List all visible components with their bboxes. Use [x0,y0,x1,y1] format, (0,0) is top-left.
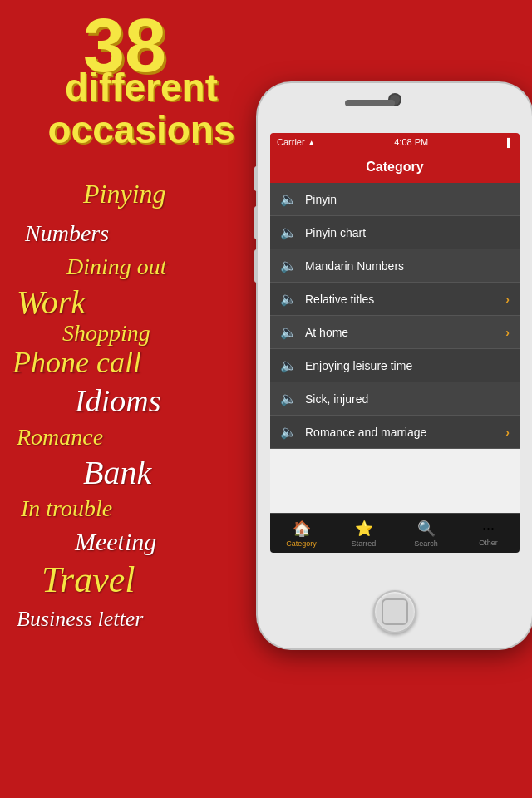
category-label-4: Relative titles [305,293,505,306]
speaker-icon-1: 🔈 [280,191,297,207]
tab-label-search: Search [414,539,438,548]
chevron-icon-4: › [505,293,510,306]
clock: 4:08 PM [394,137,428,147]
phone-mockup: Carrier ▲ 4:08 PM ▌ Category 🔈Pinyin🔈Pin… [258,83,532,765]
mute-button [254,166,258,191]
category-item-2[interactable]: 🔈Pinyin chart [270,216,520,249]
navigation-bar: Category [270,151,520,183]
chevron-icon-5: › [505,326,510,339]
tab-icon-search: 🔍 [417,520,436,538]
left-label-8: Bank [83,453,151,492]
category-label-2: Pinyin chart [305,226,510,239]
category-item-8[interactable]: 🔈Romance and marriage› [270,416,520,449]
category-item-6[interactable]: 🔈Enjoying leisure time [270,349,520,382]
category-item-5[interactable]: 🔈At home› [270,316,520,349]
phone-screen: Carrier ▲ 4:08 PM ▌ Category 🔈Pinyin🔈Pin… [270,133,520,553]
speaker-icon-7: 🔈 [280,391,297,406]
tab-icon-category: 🏠 [293,520,311,538]
left-label-9: In trouble [21,495,112,522]
speaker-icon-8: 🔈 [280,424,297,440]
wifi-icon: ▲ [308,138,316,147]
tab-search[interactable]: 🔍Search [395,520,457,548]
category-label-3: Mandarin Numbers [305,259,510,273]
speaker [345,100,395,106]
left-label-0: Pinying [83,179,166,209]
left-label-4: Shopping [62,320,150,347]
left-label-2: Dining out [66,254,167,280]
tab-label-category: Category [286,539,317,548]
tab-other[interactable]: ···Other [457,520,520,547]
left-label-7: Romance [17,424,103,451]
tab-label-other: Other [479,539,498,547]
left-label-6: Idioms [75,382,160,419]
category-label-8: Romance and marriage [305,426,505,439]
category-item-4[interactable]: 🔈Relative titles› [270,283,520,316]
status-bar: Carrier ▲ 4:08 PM ▌ [270,133,520,151]
speaker-icon-6: 🔈 [280,357,297,373]
category-item-3[interactable]: 🔈Mandarin Numbers [270,249,520,283]
volume-up-button [254,206,258,239]
chevron-icon-8: › [505,426,510,439]
carrier-info: Carrier ▲ [277,137,316,147]
category-label-1: Pinyin [305,193,510,206]
nav-title: Category [366,160,423,175]
tab-category[interactable]: 🏠Category [270,520,332,548]
left-label-1: Numbers [25,220,109,247]
left-label-10: Meeting [75,528,156,556]
left-label-5: Phone call [12,345,141,380]
tab-icon-other: ··· [482,520,495,537]
left-label-12: Business letter [17,607,143,632]
home-button[interactable] [373,590,416,633]
left-labels-area: PinyingNumbersDining outWorkShoppingPhon… [0,0,258,798]
speaker-icon-4: 🔈 [280,291,297,307]
tab-bar: 🏠Category⭐Starred🔍Search···Other [270,513,520,553]
tab-icon-starred: ⭐ [355,520,373,538]
left-label-11: Travel [42,559,135,601]
carrier-text: Carrier [277,137,305,147]
tab-starred[interactable]: ⭐Starred [332,520,395,548]
speaker-icon-2: 🔈 [280,224,297,240]
battery-indicator: ▌ [507,138,513,147]
category-item-1[interactable]: 🔈Pinyin [270,183,520,216]
left-label-3: Work [17,283,86,322]
category-label-6: Enjoying leisure time [305,359,510,372]
category-list[interactable]: 🔈Pinyin🔈Pinyin chart🔈Mandarin Numbers🔈Re… [270,183,520,449]
speaker-icon-5: 🔈 [280,324,297,340]
category-label-7: Sick, injured [305,392,510,406]
category-label-5: At home [305,326,505,339]
category-item-7[interactable]: 🔈Sick, injured [270,382,520,416]
speaker-icon-3: 🔈 [280,258,297,273]
tab-label-starred: Starred [352,539,377,548]
volume-down-button [254,249,258,283]
